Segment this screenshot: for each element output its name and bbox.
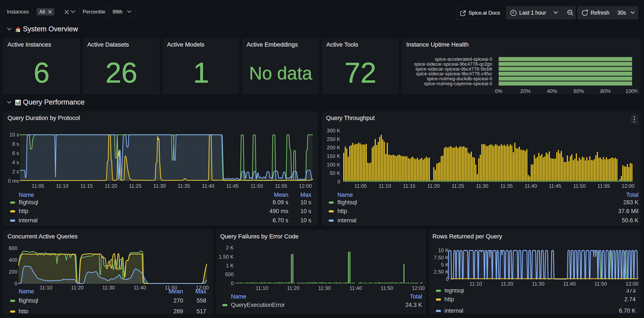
svg-text:11:10: 11:10 — [40, 285, 52, 290]
svg-text:11:40: 11:40 — [134, 285, 146, 290]
svg-text:1.50 K: 1.50 K — [219, 254, 234, 260]
svg-text:11:55: 11:55 — [275, 183, 287, 189]
svg-text:11:55: 11:55 — [598, 183, 610, 189]
svg-text:11:30: 11:30 — [153, 183, 166, 189]
svg-text:300 K: 300 K — [327, 128, 340, 133]
svg-text:11:35: 11:35 — [178, 183, 190, 189]
svg-text:0%: 0% — [495, 88, 502, 94]
svg-text:400: 400 — [9, 257, 17, 263]
svg-text:20%: 20% — [520, 88, 530, 94]
svg-text:0: 0 — [231, 280, 234, 286]
svg-text:11:20: 11:20 — [501, 281, 513, 287]
svg-text:600: 600 — [9, 245, 17, 251]
svg-text:60%: 60% — [574, 88, 584, 94]
svg-text:11:20: 11:20 — [71, 285, 84, 290]
svg-text:4 s: 4 s — [12, 159, 19, 165]
svg-text:11:35: 11:35 — [500, 183, 512, 189]
svg-text:200 K: 200 K — [327, 145, 340, 150]
svg-text:2.50 K: 2.50 K — [434, 269, 449, 275]
svg-text:11:05: 11:05 — [354, 183, 367, 189]
svg-text:8 s: 8 s — [12, 141, 19, 147]
svg-text:12:00: 12:00 — [626, 281, 638, 287]
svg-text:11:10: 11:10 — [256, 285, 268, 291]
svg-text:11:10: 11:10 — [470, 281, 482, 287]
svg-text:100%: 100% — [626, 88, 637, 94]
svg-text:10 s: 10 s — [10, 132, 19, 138]
svg-text:11:40: 11:40 — [202, 183, 214, 189]
svg-text:11:10: 11:10 — [378, 183, 391, 189]
svg-text:1 K: 1 K — [226, 263, 234, 268]
svg-text:6 s: 6 s — [12, 150, 19, 156]
svg-text:100 K: 100 K — [327, 162, 340, 168]
svg-text:11:15: 11:15 — [403, 183, 416, 189]
svg-text:11:30: 11:30 — [102, 285, 115, 290]
svg-text:150 K: 150 K — [327, 153, 340, 159]
svg-text:250 K: 250 K — [327, 136, 340, 142]
svg-text:500: 500 — [225, 271, 234, 277]
svg-text:11:20: 11:20 — [427, 183, 440, 189]
svg-text:40%: 40% — [547, 88, 557, 94]
svg-text:11:20: 11:20 — [287, 285, 300, 291]
svg-text:0: 0 — [338, 179, 340, 185]
svg-text:0: 0 — [14, 281, 17, 286]
svg-text:11:45: 11:45 — [226, 183, 238, 189]
svg-text:2 K: 2 K — [226, 245, 234, 251]
svg-text:12:00: 12:00 — [299, 183, 312, 189]
svg-text:11:25: 11:25 — [129, 183, 141, 189]
svg-text:11:40: 11:40 — [563, 281, 576, 287]
svg-text:11:25: 11:25 — [452, 183, 464, 189]
svg-text:0 ms: 0 ms — [8, 178, 19, 184]
svg-text:11:30: 11:30 — [318, 285, 330, 291]
svg-text:11:45: 11:45 — [549, 183, 561, 189]
svg-text:11:30: 11:30 — [476, 183, 488, 189]
svg-text:11:50: 11:50 — [594, 281, 607, 287]
svg-text:11:50: 11:50 — [250, 183, 263, 189]
svg-text:200: 200 — [9, 269, 17, 275]
svg-text:50 K: 50 K — [330, 170, 340, 176]
svg-text:12:00: 12:00 — [412, 285, 425, 291]
svg-text:11:50: 11:50 — [381, 285, 393, 291]
svg-text:11:40: 11:40 — [524, 183, 537, 189]
svg-text:7.50 K: 7.50 K — [434, 255, 449, 260]
svg-text:5 K: 5 K — [441, 262, 449, 267]
svg-text:11:05: 11:05 — [32, 183, 44, 189]
svg-text:80%: 80% — [600, 88, 610, 94]
svg-text:11:50: 11:50 — [573, 183, 586, 189]
svg-text:11:30: 11:30 — [532, 281, 544, 287]
svg-text:11:20: 11:20 — [104, 183, 117, 189]
svg-text:11:10: 11:10 — [56, 183, 68, 189]
svg-text:11:40: 11:40 — [350, 285, 362, 291]
svg-text:12:00: 12:00 — [622, 183, 634, 189]
svg-text:11:15: 11:15 — [80, 183, 93, 189]
svg-text:10 K: 10 K — [438, 247, 449, 253]
svg-text:2 s: 2 s — [12, 169, 19, 174]
